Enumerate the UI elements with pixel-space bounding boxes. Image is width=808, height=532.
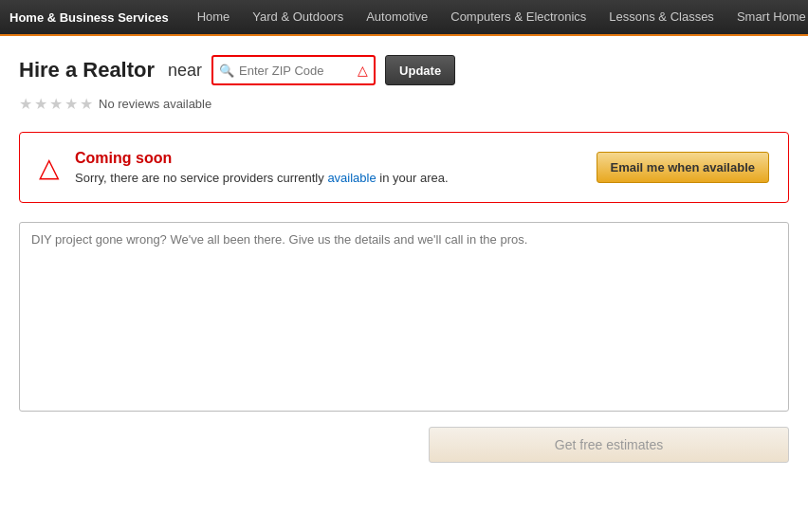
estimates-row: Get free estimates bbox=[19, 427, 789, 482]
star-3: ★ bbox=[49, 95, 63, 113]
nav-item-lessons[interactable]: Lessons & Classes bbox=[597, 0, 725, 35]
no-reviews-label: No reviews available bbox=[99, 97, 211, 111]
star-1: ★ bbox=[19, 95, 32, 113]
title-row: Hire a Realtor near 🔍 △ Update bbox=[19, 55, 789, 85]
nav-items: Home Yard & Outdoors Automotive Computer… bbox=[186, 0, 808, 35]
description-textarea[interactable] bbox=[31, 232, 777, 401]
zip-input-wrap: 🔍 △ bbox=[211, 55, 376, 85]
star-5: ★ bbox=[80, 95, 93, 113]
available-highlight: available bbox=[327, 171, 376, 185]
description-box bbox=[19, 222, 789, 412]
get-estimates-button[interactable]: Get free estimates bbox=[429, 427, 789, 463]
near-label: near bbox=[168, 61, 202, 81]
page-title: Hire a Realtor bbox=[19, 58, 155, 83]
search-icon: 🔍 bbox=[219, 64, 234, 78]
nav-item-home[interactable]: Home bbox=[186, 0, 242, 35]
coming-soon-text: Coming soon Sorry, there are no service … bbox=[75, 150, 581, 185]
zip-input[interactable] bbox=[239, 64, 353, 78]
email-available-button[interactable]: Email me when available bbox=[597, 152, 769, 183]
warning-triangle-icon: △ bbox=[39, 152, 60, 183]
main-nav: Home & Business Services Home Yard & Out… bbox=[0, 0, 808, 36]
nav-item-smarthome[interactable]: Smart Home Services bbox=[725, 0, 808, 35]
main-content: Hire a Realtor near 🔍 △ Update ★ ★ ★ ★ ★… bbox=[0, 36, 808, 482]
stars-row: ★ ★ ★ ★ ★ No reviews available bbox=[19, 95, 789, 113]
rating-stars: ★ ★ ★ ★ ★ bbox=[19, 95, 93, 113]
nav-item-computers[interactable]: Computers & Electronics bbox=[439, 0, 597, 35]
star-4: ★ bbox=[64, 95, 78, 113]
nav-brand[interactable]: Home & Business Services bbox=[9, 10, 169, 25]
coming-soon-box: △ Coming soon Sorry, there are no servic… bbox=[19, 132, 789, 203]
nav-item-yard[interactable]: Yard & Outdoors bbox=[241, 0, 355, 35]
warning-icon: △ bbox=[358, 63, 368, 78]
update-button[interactable]: Update bbox=[385, 55, 455, 85]
nav-item-automotive[interactable]: Automotive bbox=[355, 0, 439, 35]
star-2: ★ bbox=[34, 95, 47, 113]
coming-soon-desc: Sorry, there are no service providers cu… bbox=[75, 171, 581, 185]
coming-soon-title: Coming soon bbox=[75, 150, 581, 167]
